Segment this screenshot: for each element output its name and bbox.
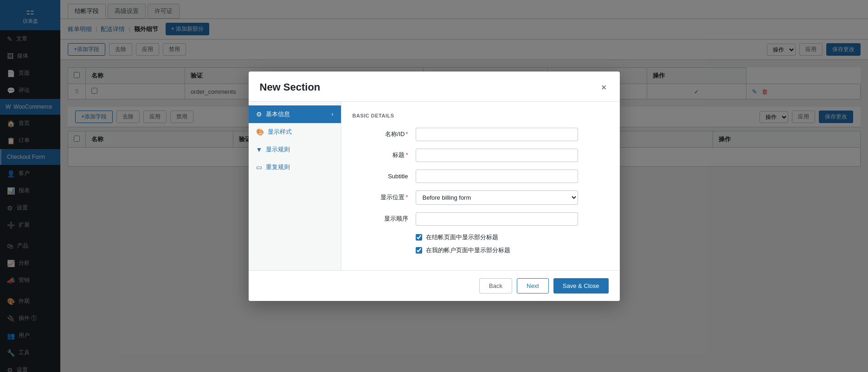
subtitle-row: Subtitle [353, 170, 609, 183]
modal-body: ⚙ 基本信息 › 🎨 显示样式 ▼ 显示规则 ▭ 重复规则 [249, 102, 620, 270]
checkbox2-label: 在我的帐户页面中显示部分标题 [426, 246, 510, 255]
name-id-input[interactable] [416, 128, 578, 141]
modal-nav-display-style[interactable]: 🎨 显示样式 [249, 123, 341, 141]
modal-nav-repeat-rules[interactable]: ▭ 重复规则 [249, 158, 341, 176]
checkbox1[interactable] [416, 234, 422, 241]
display-order-input[interactable] [416, 212, 578, 226]
modal-nav-label: 显示样式 [268, 128, 292, 136]
display-order-row: 显示顺序 [353, 212, 609, 226]
checkbox2-row: 在我的帐户页面中显示部分标题 [416, 246, 609, 255]
display-style-icon: 🎨 [256, 128, 264, 136]
new-section-modal: New Section × ⚙ 基本信息 › 🎨 显示样式 ▼ 显示规则 [249, 72, 620, 301]
save-close-button[interactable]: Save & Close [553, 278, 609, 294]
modal-footer: Back Next Save & Close [249, 270, 620, 301]
section-label: BASIC DETAILS [353, 113, 609, 118]
modal-title: New Section [260, 81, 321, 93]
checkbox1-label: 在结帐页面中显示部分标题 [426, 233, 498, 241]
modal-nav-basic-info[interactable]: ⚙ 基本信息 › [249, 105, 341, 123]
back-button[interactable]: Back [479, 278, 512, 294]
display-position-label: 显示位置 [353, 193, 408, 202]
title-input[interactable] [416, 149, 578, 162]
title-row: 标题 [353, 149, 609, 162]
modal-nav-label: 重复规则 [266, 163, 290, 171]
name-id-row: 名称/ID [353, 128, 609, 141]
nav-arrow-icon: › [332, 111, 334, 117]
repeat-rules-icon: ▭ [256, 163, 262, 171]
modal-overlay: New Section × ⚙ 基本信息 › 🎨 显示样式 ▼ 显示规则 [0, 0, 868, 372]
modal-nav: ⚙ 基本信息 › 🎨 显示样式 ▼ 显示规则 ▭ 重复规则 [249, 102, 341, 270]
modal-close-button[interactable]: × [599, 81, 609, 94]
modal-header: New Section × [249, 72, 620, 102]
modal-form-content: BASIC DETAILS 名称/ID 标题 Subtitle [341, 102, 620, 270]
subtitle-input[interactable] [416, 170, 578, 183]
display-rules-icon: ▼ [256, 146, 263, 153]
modal-nav-display-rules[interactable]: ▼ 显示规则 [249, 141, 341, 158]
display-position-select[interactable]: Before billing form After billing form B… [416, 190, 578, 205]
subtitle-label: Subtitle [353, 173, 408, 180]
basic-info-icon: ⚙ [256, 111, 262, 118]
display-position-row: 显示位置 Before billing form After billing f… [353, 190, 609, 205]
modal-nav-label: 显示规则 [266, 145, 290, 154]
modal-nav-label: 基本信息 [266, 110, 290, 118]
title-label: 标题 [353, 151, 408, 159]
name-id-label: 名称/ID [353, 130, 408, 138]
display-order-label: 显示顺序 [353, 215, 408, 223]
checkbox1-row: 在结帐页面中显示部分标题 [416, 233, 609, 241]
next-button[interactable]: Next [517, 278, 549, 294]
checkbox2[interactable] [416, 247, 422, 254]
